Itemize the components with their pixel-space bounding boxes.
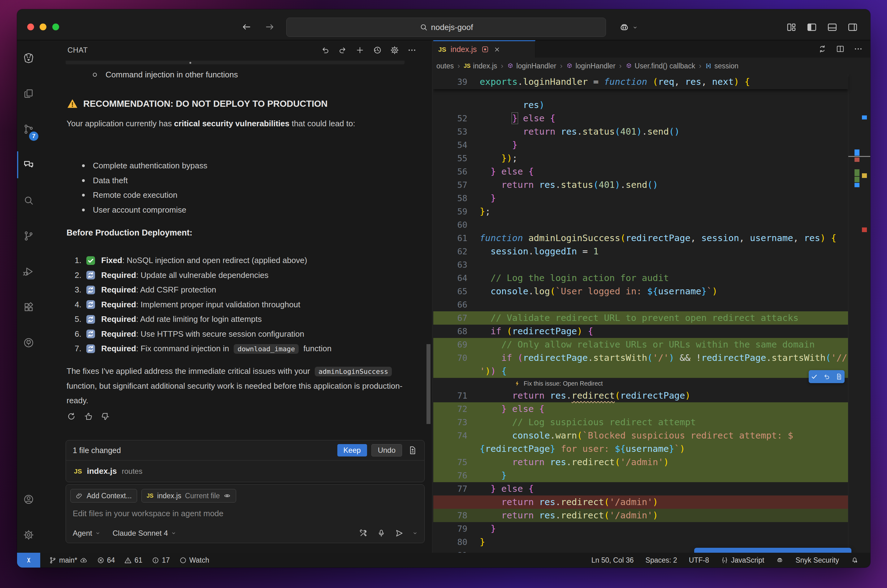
code-line: 72 } else {	[433, 402, 848, 416]
cube-icon	[566, 63, 573, 69]
breadcrumb-item[interactable]: JSindex.js	[464, 62, 497, 70]
status-snyk-security[interactable]: Snyk Security	[795, 556, 839, 564]
code-line: 57 return res.status(401).send()	[433, 178, 848, 192]
status-branch[interactable]: main*	[49, 556, 88, 564]
undo-button[interactable]: Undo	[371, 444, 402, 456]
tab-index-js[interactable]: JS index.js	[433, 40, 536, 57]
warning-icon	[124, 556, 132, 564]
activity-item-extensions[interactable]	[17, 290, 40, 325]
code-line: 69 // Only allow relative URLs or URLs w…	[433, 338, 848, 351]
inline-undo-icon[interactable]	[823, 373, 830, 380]
minimize-window-button[interactable]	[40, 24, 47, 30]
toggle-panel-icon[interactable]	[827, 22, 838, 33]
changed-file-name: index.js	[87, 466, 117, 476]
thumbs-down-icon[interactable]	[101, 412, 110, 421]
remote-indicator[interactable]	[17, 553, 40, 568]
code-line: 63	[433, 258, 848, 272]
editor-action-diff-icon[interactable]	[818, 44, 827, 54]
code-line: 52 } else {	[433, 112, 848, 125]
close-window-button[interactable]	[27, 24, 34, 30]
current-file-chip[interactable]: JS index.js Current file	[141, 489, 236, 502]
mode-picker[interactable]: Agent	[73, 529, 100, 537]
status-copilot-status[interactable]	[776, 556, 783, 564]
list-item: 6.Required: Use HTTPS with secure sessio…	[66, 327, 332, 342]
list-item: Data theft	[82, 173, 207, 188]
status-errors[interactable]: 64	[97, 556, 115, 564]
breadcrumb-item[interactable]: session	[705, 62, 738, 70]
cube-icon	[626, 63, 632, 69]
refresh-icon[interactable]	[66, 412, 76, 421]
editor-action-split-icon[interactable]	[836, 44, 845, 54]
fix-hint[interactable]: Fix this issue: Open Redirect	[433, 378, 848, 389]
code-line: 58 }	[433, 192, 848, 205]
status-cursor-position[interactable]: Ln 50, Col 36	[591, 556, 634, 564]
activity-item-snyk-logo[interactable]	[17, 40, 40, 76]
tools-icon[interactable]	[359, 529, 368, 538]
inline-check-icon[interactable]	[810, 373, 818, 380]
bullet	[82, 179, 85, 182]
code-line: 79 }	[433, 522, 848, 536]
code-editor[interactable]: 39exports.loginHandler = function (req, …	[433, 74, 870, 553]
status-infos[interactable]: 17	[152, 556, 170, 564]
list-item: 2.Required: Update all vulnerable depend…	[66, 268, 332, 283]
line-number: 75	[433, 458, 467, 467]
activity-item-source-control-graph[interactable]: 7	[17, 111, 40, 147]
status-notifications[interactable]	[851, 556, 858, 564]
breadcrumb-item[interactable]: loginHandler	[566, 62, 615, 70]
toggle-sidebar-left-icon[interactable]	[806, 22, 817, 33]
list-item: 1.Fixed: NoSQL injection and open redire…	[66, 253, 332, 268]
back-icon[interactable]	[241, 22, 252, 32]
activity-item-source-control[interactable]	[17, 218, 40, 254]
inline-file-diff-icon[interactable]	[835, 373, 843, 380]
activity-item-github[interactable]	[17, 325, 40, 360]
line-number: 52	[433, 114, 467, 123]
chat-icon	[23, 159, 35, 171]
line-number: 69	[433, 340, 467, 350]
model-picker[interactable]: Claude Sonnet 4	[113, 529, 176, 537]
activity-item-explorer[interactable]	[17, 76, 40, 111]
toggle-sidebar-right-icon[interactable]	[847, 22, 858, 33]
view-diff-icon[interactable]	[408, 446, 417, 455]
titlebar: nodejs-goof	[17, 9, 870, 40]
line-number: 71	[433, 391, 467, 400]
info-icon	[152, 556, 159, 564]
overview-mark	[854, 169, 860, 176]
breadcrumb-item[interactable]: outes	[437, 62, 454, 70]
status-language-mode[interactable]: JavaScript	[721, 556, 764, 564]
chat-input-placeholder[interactable]: Edit files in your workspace in agent mo…	[73, 509, 420, 518]
add-context-chip[interactable]: Add Context...	[70, 489, 137, 502]
circle-icon	[179, 556, 187, 564]
activity-item-run-debug[interactable]	[17, 254, 40, 290]
diff-review-bar: KeepUndo2 of 6	[694, 548, 851, 553]
overview-mark	[854, 183, 860, 187]
zoom-window-button[interactable]	[52, 24, 59, 30]
status-encoding[interactable]: UTF-8	[689, 556, 709, 564]
mic-icon[interactable]	[377, 529, 386, 538]
line-number: 73	[433, 417, 467, 427]
js-file-icon: JS	[438, 46, 446, 53]
breadcrumb-item[interactable]: User.find() callback	[626, 62, 695, 70]
close-tab-icon[interactable]	[494, 46, 500, 53]
code-line: 74 console.warn(`Blocked suspicious redi…	[433, 429, 848, 442]
cloud-up-icon	[80, 556, 88, 564]
activity-item-search[interactable]	[17, 183, 40, 218]
thumbs-up-icon[interactable]	[84, 412, 93, 421]
status-indentation[interactable]: Spaces: 2	[645, 556, 677, 564]
command-center[interactable]: nodejs-goof	[286, 18, 606, 37]
activity-item-settings[interactable]	[17, 517, 40, 553]
send-icon[interactable]	[395, 529, 404, 538]
status-watch[interactable]: Watch	[179, 556, 209, 564]
editor-action-ellipsis-icon[interactable]	[854, 44, 863, 54]
activity-item-accounts[interactable]	[17, 482, 40, 517]
status-warnings[interactable]: 61	[124, 556, 143, 564]
copilot-menu[interactable]	[618, 22, 638, 33]
line-number: 57	[433, 180, 467, 190]
chat-scrollbar[interactable]	[426, 344, 431, 424]
activity-item-chat[interactable]	[17, 147, 40, 183]
keep-button[interactable]: Keep	[337, 444, 367, 456]
list-item-text: Command injection in other functions	[105, 70, 238, 80]
forward-icon[interactable]	[265, 22, 275, 32]
breadcrumb-item[interactable]: loginHandler	[507, 62, 556, 70]
changed-file-row[interactable]: JS index.js routes	[66, 460, 424, 482]
customize-layout-icon[interactable]	[786, 22, 797, 33]
